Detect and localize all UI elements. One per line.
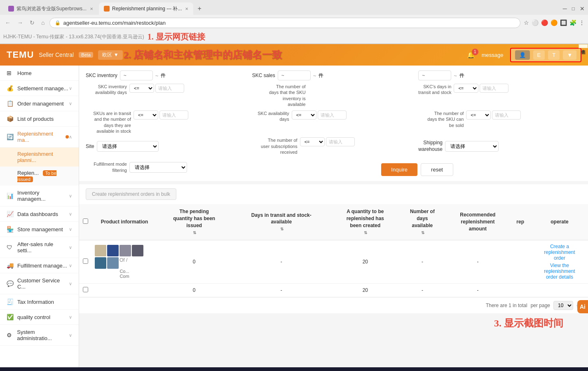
- fulfillment-icon: 🚚: [7, 262, 13, 269]
- tax-icon: 🧾: [7, 298, 13, 305]
- skc-sales-from[interactable]: [278, 70, 311, 80]
- forward-button[interactable]: →: [16, 19, 25, 27]
- user-initial-e[interactable]: E: [533, 50, 545, 60]
- fulfillment-select[interactable]: 请选择: [129, 162, 187, 173]
- sidebar-item-tax[interactable]: 🧾 Tax Information: [0, 294, 79, 310]
- close-button[interactable]: ✕: [580, 5, 585, 12]
- back-button[interactable]: ←: [3, 19, 12, 27]
- reload-button[interactable]: ↻: [28, 19, 36, 27]
- sidebar-item-products[interactable]: 📦 List of products: [0, 111, 79, 127]
- tab-inactive[interactable]: 紫鸟浏览器专业版Superbrows... ✕: [3, 2, 98, 15]
- skc-avail-days-label: SKC availabilitydays: [252, 110, 289, 122]
- sidebar-subitem-replenishment-planning[interactable]: Replenishment planni...: [0, 148, 79, 167]
- region-selector[interactable]: 欧区 ▼: [98, 50, 123, 60]
- main-content: ⊞ Home 💰 Settlement manage... ∨ 📋 Order …: [0, 66, 588, 367]
- replenishment-planning-label: Replenishment planni...: [17, 151, 53, 163]
- skus-in-transit-filter: SKUs are in transitand the number ofdays…: [86, 110, 249, 134]
- restore-button[interactable]: □: [572, 6, 575, 12]
- row2-recommended: -: [446, 283, 509, 297]
- row1-create-link[interactable]: Create areplenishmentorder: [544, 244, 575, 261]
- skus-transit-label: SKC's days intransit and stock: [418, 84, 451, 96]
- notification-button[interactable]: 🔔 1: [467, 51, 475, 59]
- filter-third-from[interactable]: [418, 70, 451, 80]
- tab-close-2[interactable]: ✕: [185, 7, 188, 11]
- th-checkbox: [79, 204, 91, 240]
- replen-label: Replen...: [17, 170, 39, 176]
- site-select[interactable]: 请选择: [97, 141, 159, 152]
- sidebar-item-quality[interactable]: ✅ quality control ∨: [0, 310, 79, 325]
- tab-close-1[interactable]: ✕: [90, 7, 93, 11]
- user-arrow[interactable]: ▼: [563, 50, 576, 60]
- skc-inventory-from[interactable]: [120, 70, 153, 80]
- user-icon[interactable]: 👤: [515, 50, 530, 60]
- user-account-area[interactable]: 👤 E T ▼: [510, 48, 582, 62]
- reset-button[interactable]: reset: [421, 163, 453, 176]
- sidebar-subitem-replen-tobeissued[interactable]: Replen... To be issued: [0, 167, 79, 186]
- skc-avail-days-val[interactable]: [318, 110, 347, 120]
- skc-sold-val[interactable]: [492, 110, 521, 120]
- address-bar[interactable]: 🔒 agentseller-eu.temu.com/main/restock/p…: [49, 18, 520, 28]
- per-page-select[interactable]: 10: [553, 301, 573, 310]
- select-all-checkbox[interactable]: [83, 218, 88, 224]
- sidebar-item-fulfillment[interactable]: 🚚 Fulfillment manage... ∨: [0, 258, 79, 273]
- inventory-icon: 📊: [7, 193, 13, 199]
- skc-sold-op[interactable]: <=: [466, 110, 491, 120]
- tab-bar: 紫鸟浏览器专业版Superbrows... ✕ Replenishment pl…: [0, 0, 588, 15]
- row2-product: [91, 283, 157, 297]
- sidebar-item-settlement[interactable]: 💰 Settlement manage... ∨: [0, 81, 79, 96]
- user-subs-val[interactable]: [326, 137, 355, 146]
- ai-float-button[interactable]: Ai: [577, 300, 588, 313]
- ext-button-2[interactable]: 🔴: [541, 19, 548, 26]
- sidebar-item-data[interactable]: 📈 Data dashboards ∨: [0, 207, 79, 222]
- ext-button-5[interactable]: 🧩: [569, 19, 576, 26]
- skus-transit-val[interactable]: [480, 84, 508, 93]
- minimize-button[interactable]: ─: [563, 5, 567, 12]
- row1-check[interactable]: [83, 258, 88, 264]
- table-toolbar: Create replenishment orders in bulk: [79, 184, 588, 204]
- star-button[interactable]: ☆: [524, 19, 529, 26]
- row2-check[interactable]: [83, 287, 88, 292]
- sidebar-item-aftersales[interactable]: 🛡 After-sales rule setti... ∨: [0, 237, 79, 258]
- sort-icon-transit[interactable]: ⇅: [280, 226, 283, 232]
- site-label: Site: [86, 143, 94, 149]
- th-rep-label: rep: [516, 219, 524, 225]
- tab-add-button[interactable]: +: [194, 3, 204, 14]
- th-transit: Days in transit and stock-available ⇅: [231, 204, 332, 240]
- user-subs-op[interactable]: <=: [300, 137, 325, 146]
- shipping-select[interactable]: 请选择: [445, 141, 499, 152]
- skc-avail-days-op[interactable]: <=: [292, 110, 316, 120]
- filter-row-1: SKC inventory ~ 件 SKC sales ~ 件 ~: [86, 70, 581, 80]
- ext-button-1[interactable]: ⚪: [532, 19, 539, 26]
- skc-availability-op[interactable]: <=: [129, 84, 154, 93]
- personal-bookmark[interactable]: 个人书签: [579, 44, 588, 48]
- ext-button-3[interactable]: 🟠: [551, 19, 558, 26]
- sidebar-item-replenishment[interactable]: 🔄 Replenishment ma... ∧: [0, 127, 79, 148]
- th-replenished-content: A quantity to bereplenished hasbeen crea…: [335, 208, 395, 235]
- sidebar-item-customer[interactable]: 💬 Customer Service C... ∨: [0, 273, 79, 294]
- product-count-text: Of /: [119, 257, 127, 269]
- sidebar-item-order[interactable]: 📋 Order management ∨: [0, 96, 79, 111]
- sidebar-item-inventory[interactable]: 📊 Inventory managem... ∨: [0, 186, 79, 207]
- user-initial-t[interactable]: T: [548, 50, 560, 60]
- skus-in-transit-op[interactable]: <=: [134, 110, 158, 120]
- sort-icon-pending[interactable]: ⇅: [193, 230, 196, 236]
- home-nav-button[interactable]: ⌂: [40, 19, 46, 27]
- skus-transit-op[interactable]: <=: [454, 84, 478, 93]
- sort-icon-days[interactable]: ⇅: [421, 230, 424, 236]
- sort-icon-replenished[interactable]: ⇅: [364, 230, 367, 236]
- row1-checkbox: [79, 240, 91, 283]
- menu-button[interactable]: ⋮: [579, 19, 585, 26]
- skc-availability-val[interactable]: [155, 84, 184, 93]
- aftersales-icon: 🛡: [7, 244, 13, 251]
- bulk-create-button[interactable]: Create replenishment orders in bulk: [86, 188, 176, 200]
- ext-button-4[interactable]: 🔲: [560, 19, 567, 26]
- inquire-button[interactable]: Inquire: [381, 163, 417, 176]
- tab-active[interactable]: Replenishment planning --- 补... ✕: [99, 2, 193, 15]
- skus-in-transit-val[interactable]: [159, 110, 188, 120]
- sidebar-item-store[interactable]: 🏪 Store management ∨: [0, 222, 79, 237]
- sidebar-item-home[interactable]: ⊞ Home: [0, 66, 79, 81]
- sidebar-item-system[interactable]: ⚙ System administratio... ∨: [0, 325, 79, 346]
- url-text: agentseller-eu.temu.com/main/restock/pla…: [63, 20, 166, 26]
- row1-view-link[interactable]: View thereplenishmentorder details: [544, 263, 575, 280]
- tab-favicon-2: [104, 6, 110, 12]
